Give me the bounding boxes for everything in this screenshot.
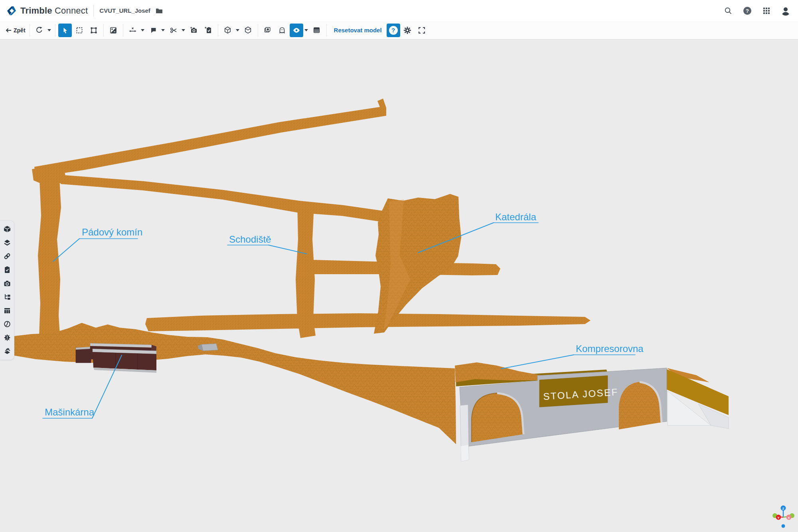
apps-grid-icon[interactable] [761, 6, 772, 16]
orbit-caret[interactable] [47, 24, 52, 37]
link-icon [3, 252, 11, 260]
divider [326, 24, 327, 37]
visibility-caret[interactable] [304, 24, 309, 37]
measure-caret[interactable] [140, 24, 145, 37]
project-name: CVUT_URL_Josef [99, 7, 150, 14]
sidebar-item-stack[interactable] [3, 347, 12, 356]
back-button[interactable]: Zpět [4, 24, 27, 37]
back-arrow-icon [5, 26, 13, 34]
fullscreen-icon [418, 26, 426, 34]
trimble-logo-icon [6, 6, 17, 16]
axis-gizmo[interactable]: Y X Z [772, 506, 794, 528]
divider [55, 24, 55, 37]
markup-tool-button[interactable] [146, 24, 160, 37]
svg-text:Mašinkárna: Mašinkárna [45, 407, 95, 417]
section-tool-button[interactable] [167, 24, 180, 37]
view-cube-button[interactable] [221, 24, 235, 37]
svg-text:X: X [788, 516, 790, 520]
marquee-icon [75, 26, 83, 34]
annotation-kompresorovna: Kompresorovna [501, 343, 644, 369]
side-panel-strip [0, 220, 14, 360]
add-todo-button[interactable] [201, 24, 215, 37]
measure-icon [128, 26, 137, 34]
bounding-box-icon [244, 26, 252, 34]
search-icon[interactable] [723, 6, 733, 16]
svg-text:Pádový komín: Pádový komín [82, 227, 142, 237]
model-scene: STOLA JOSEF Pádový komín Schodiště Kated… [0, 0, 798, 532]
avatar[interactable] [780, 6, 791, 16]
bounding-box-button[interactable] [241, 24, 255, 37]
trimble-connect-logo[interactable]: Trimble Connect [6, 6, 88, 16]
orbit-icon [35, 26, 43, 34]
divider [103, 24, 104, 37]
polygon-select-icon [90, 26, 98, 34]
view-cube-caret[interactable] [235, 24, 240, 37]
fullscreen-button[interactable] [415, 24, 429, 37]
sidebar-item-todos[interactable] [3, 265, 12, 274]
sidebar-item-properties[interactable] [3, 333, 12, 342]
presentation-button[interactable] [261, 24, 275, 37]
visibility-button[interactable] [290, 24, 303, 37]
annotation-padovy-komin: Pádový komín [53, 227, 142, 261]
hierarchy-icon [3, 293, 11, 301]
models-cube-icon [3, 225, 11, 233]
polygon-select-button[interactable] [87, 24, 101, 37]
marquee-select-button[interactable] [73, 24, 86, 37]
viewer-toolbar: Zpět [0, 21, 798, 40]
sidebar-item-links[interactable] [3, 252, 12, 261]
reset-model-button[interactable]: Resetovat model [329, 27, 387, 34]
divider [258, 24, 258, 37]
svg-text:Katedrála: Katedrála [495, 212, 536, 222]
ghost-icon [278, 26, 286, 34]
dither-grid-icon [312, 26, 321, 34]
sidebar-item-hierarchy[interactable] [3, 293, 12, 301]
gear-icon [403, 26, 412, 35]
annotation-schodiste: Schodiště [227, 234, 306, 254]
help-icon[interactable]: ? [742, 6, 753, 16]
sidebar-item-layers[interactable] [3, 238, 12, 247]
portal-model: STOLA JOSEF [455, 362, 729, 461]
svg-text:Y: Y [777, 516, 780, 520]
camera-plus-icon [190, 26, 198, 34]
sidebar-item-sphere[interactable] [3, 320, 12, 328]
divider [123, 24, 123, 37]
viewport-3d-canvas[interactable]: STOLA JOSEF Pádový komín Schodiště Kated… [0, 40, 798, 532]
sidebar-item-views[interactable] [3, 279, 12, 288]
layers-stack-icon [3, 347, 11, 355]
snapshot-button[interactable] [187, 24, 201, 37]
svg-text:Schodiště: Schodiště [229, 234, 271, 245]
divider [30, 24, 30, 37]
sidebar-item-tables[interactable] [3, 306, 12, 315]
measure-tool-button[interactable] [126, 24, 140, 37]
markup-caret[interactable] [160, 24, 166, 37]
sphere-icon [3, 320, 11, 328]
folder-icon[interactable] [155, 7, 163, 15]
camera-views-icon [3, 279, 11, 287]
top-bar: Trimble Connect CVUT_URL_Josef ? [0, 0, 798, 22]
orbit-tool-button[interactable] [33, 24, 46, 37]
brand-text: Trimble Connect [20, 6, 88, 16]
slides-icon [263, 26, 272, 34]
ghost-mode-button[interactable] [275, 24, 289, 37]
toolbar-help-button[interactable]: ? [387, 24, 400, 37]
layers-icon [3, 239, 11, 247]
settings-button[interactable] [401, 24, 414, 37]
svg-text:Kompresorovna: Kompresorovna [576, 343, 644, 354]
svg-text:?: ? [746, 8, 749, 14]
help-question-icon: ? [389, 26, 398, 35]
invert-selection-button[interactable] [107, 24, 120, 37]
cube-icon [223, 26, 232, 34]
gizmo-home-dot [782, 524, 785, 528]
todo-check-icon [3, 266, 11, 274]
clipboard-plus-icon [204, 26, 212, 34]
property-burst-icon [3, 334, 11, 342]
dither-button[interactable] [310, 24, 324, 37]
section-caret[interactable] [181, 24, 186, 37]
markup-icon [149, 26, 157, 34]
invert-selection-icon [109, 26, 117, 34]
select-tool-button[interactable] [58, 24, 72, 37]
table-icon [3, 307, 11, 314]
divider [93, 5, 94, 17]
sidebar-item-models[interactable] [3, 225, 12, 233]
cursor-icon [61, 26, 69, 34]
